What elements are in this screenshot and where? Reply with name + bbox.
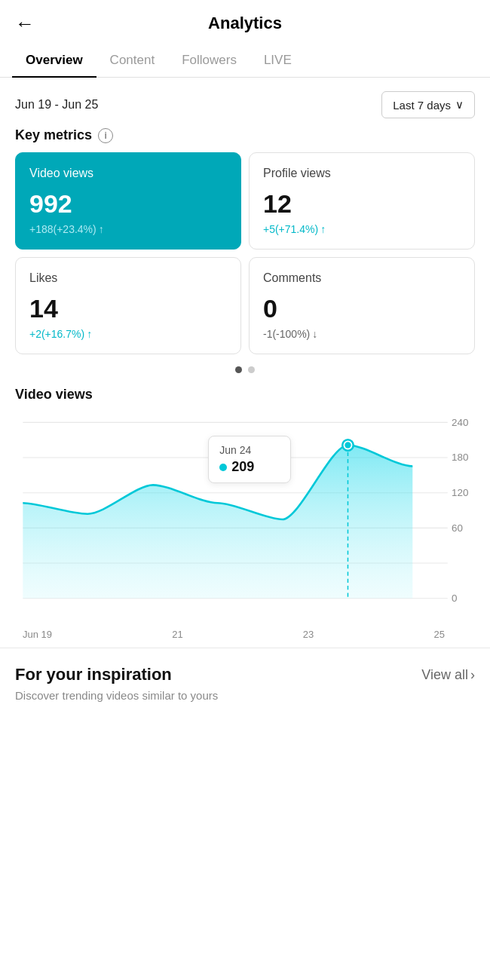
chart-title: Video views [15, 387, 475, 403]
metric-card-comments: Comments 0 -1(-100%) [249, 257, 475, 354]
tab-live[interactable]: LIVE [250, 44, 305, 77]
dot-2[interactable] [248, 366, 255, 373]
likes-change: +2(+16.7%) [29, 328, 227, 340]
tab-bar: Overview Content Followers LIVE [0, 44, 490, 78]
x-label-21: 21 [172, 629, 182, 640]
metric-card-likes: Likes 14 +2(+16.7%) [15, 257, 241, 354]
profile-views-label: Profile views [263, 167, 461, 180]
inspiration-header: For your inspiration View all › [15, 665, 475, 684]
up-arrow-icon [320, 223, 326, 235]
tab-followers[interactable]: Followers [168, 44, 250, 77]
metric-card-video-views: Video views 992 +188(+23.4%) [15, 152, 241, 250]
chart-section: Video views 240 180 120 60 0 [0, 379, 490, 640]
page-title: Analytics [208, 14, 282, 33]
chart-fill [23, 445, 412, 598]
chart-container[interactable]: 240 180 120 60 0 Ju [15, 415, 475, 626]
x-label-23: 23 [303, 629, 314, 640]
x-label-jun19: Jun 19 [23, 629, 52, 640]
comments-label: Comments [263, 271, 461, 285]
svg-text:240: 240 [452, 417, 468, 428]
profile-views-value: 12 [263, 189, 461, 219]
chevron-down-icon: ∨ [455, 98, 464, 112]
chevron-right-icon: › [470, 667, 475, 683]
chart-data-point-inner [345, 442, 351, 448]
date-picker-label: Last 7 days [393, 99, 451, 112]
up-arrow-icon [99, 223, 104, 235]
svg-text:0: 0 [452, 593, 457, 604]
down-arrow-icon [312, 328, 317, 340]
svg-text:120: 120 [452, 487, 468, 498]
date-row: Jun 19 - Jun 25 Last 7 days ∨ [0, 78, 490, 127]
svg-text:180: 180 [452, 452, 468, 463]
view-all-button[interactable]: View all › [421, 667, 475, 683]
chart-svg: 240 180 120 60 0 [15, 415, 475, 626]
likes-value: 14 [29, 294, 227, 323]
inspiration-subtitle: Discover trending videos similar to your… [15, 689, 475, 702]
dot-1[interactable] [235, 366, 242, 373]
video-views-value: 992 [29, 189, 227, 219]
tab-content[interactable]: Content [96, 44, 169, 77]
inspiration-section: For your inspiration View all › Discover… [0, 648, 490, 714]
date-picker[interactable]: Last 7 days ∨ [381, 91, 475, 118]
header: ← Analytics [0, 0, 490, 44]
profile-views-change: +5(+71.4%) [263, 223, 461, 235]
svg-text:60: 60 [452, 522, 463, 534]
comments-change: -1(-100%) [263, 328, 461, 340]
x-label-25: 25 [434, 629, 445, 640]
metrics-grid: Video views 992 +188(+23.4%) Profile vie… [0, 152, 490, 354]
likes-label: Likes [29, 271, 227, 285]
back-button[interactable]: ← [15, 12, 35, 35]
x-axis-labels: Jun 19 21 23 25 [15, 626, 475, 640]
inspiration-title: For your inspiration [15, 665, 172, 684]
video-views-change: +188(+23.4%) [29, 223, 227, 235]
up-arrow-icon [87, 328, 92, 340]
comments-value: 0 [263, 294, 461, 323]
carousel-dots [0, 354, 490, 379]
key-metrics-title: Key metrics i [0, 127, 490, 152]
tab-overview[interactable]: Overview [12, 44, 96, 77]
metric-card-profile-views: Profile views 12 +5(+71.4%) [249, 152, 475, 250]
info-icon[interactable]: i [98, 128, 113, 143]
date-range: Jun 19 - Jun 25 [15, 98, 98, 112]
video-views-label: Video views [29, 167, 227, 180]
